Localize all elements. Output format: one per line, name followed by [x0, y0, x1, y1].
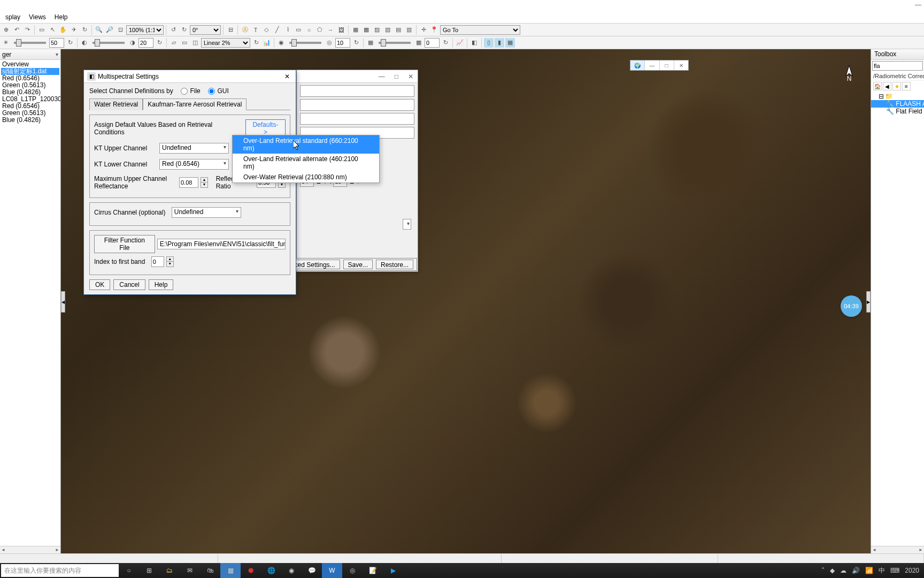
rotate-cw-icon[interactable]: ↻: [179, 25, 189, 35]
layer-tree[interactable]: Overview sj辐射定标1.dat Red (0.6546) Green …: [0, 60, 60, 546]
transp-icon[interactable]: ▦: [366, 38, 375, 48]
transp-value[interactable]: [425, 38, 440, 48]
tray-net-icon[interactable]: 📶: [864, 567, 875, 574]
menu-help[interactable]: Help: [50, 13, 72, 21]
bg-max-icon[interactable]: □: [395, 73, 398, 80]
transp2-icon[interactable]: ▩: [414, 38, 424, 48]
annotation-icon[interactable]: Ⓐ: [240, 25, 250, 35]
radio-gui[interactable]: [208, 88, 215, 95]
refresh4-icon[interactable]: ↻: [351, 38, 361, 48]
pointer-icon[interactable]: ↖: [48, 25, 57, 35]
arrow-icon[interactable]: →: [326, 25, 335, 35]
radio-file[interactable]: [181, 88, 188, 95]
tray-keyboard-icon[interactable]: ⌨: [889, 567, 901, 574]
store-icon[interactable]: 🛍: [200, 563, 220, 578]
view1-icon[interactable]: ▯: [484, 38, 494, 48]
stretch-select[interactable]: Linear 2%: [201, 38, 250, 48]
line-icon[interactable]: ╱: [272, 25, 282, 35]
overview-max-icon[interactable]: □: [659, 60, 674, 70]
view3-icon[interactable]: ▦: [505, 38, 515, 48]
stretch-b-icon[interactable]: ▭: [180, 38, 189, 48]
kt-upper-select[interactable]: Undefined: [159, 143, 229, 154]
chart-icon[interactable]: 📈: [455, 38, 465, 48]
defaults-dropdown-menu[interactable]: Over-Land Retrieval standard (660:2100 n…: [232, 135, 380, 183]
dd-item-overland-alt[interactable]: Over-Land Retrieval alternate (460:2100 …: [233, 154, 379, 172]
bg-field-2[interactable]: [300, 99, 414, 111]
panel-menu-icon[interactable]: ▾: [56, 51, 58, 57]
vector-f-icon[interactable]: ▥: [404, 25, 414, 35]
index-spin[interactable]: ▲▼: [166, 256, 174, 267]
target-icon[interactable]: ⊕: [1, 25, 11, 35]
ok-button[interactable]: OK: [89, 279, 110, 290]
refresh1-icon[interactable]: ↻: [65, 38, 75, 48]
histogram-icon[interactable]: 📊: [262, 38, 272, 48]
zoom-in-icon[interactable]: 🔎: [105, 25, 114, 35]
view2-icon[interactable]: ▮: [495, 38, 504, 48]
save-button[interactable]: Save...: [343, 260, 373, 269]
goto-icon[interactable]: 📍: [429, 25, 439, 35]
wechat-icon[interactable]: 💬: [302, 563, 322, 578]
toolbox-item[interactable]: 🔧 Flat Field Ca: [871, 108, 924, 115]
crosshair-icon[interactable]: ✛: [419, 25, 428, 35]
polygon-icon[interactable]: ⬠: [315, 25, 325, 35]
undo-icon[interactable]: ↶: [12, 25, 21, 35]
zoom-level-select[interactable]: 100% (1:1): [126, 25, 164, 35]
rotate-icon[interactable]: ↻: [80, 25, 89, 35]
hand-icon[interactable]: ✋: [58, 25, 68, 35]
tray-ime[interactable]: 中: [877, 566, 887, 575]
home-icon[interactable]: 🏠: [873, 82, 882, 90]
app1-icon[interactable]: ▦: [220, 563, 241, 578]
cirrus-select[interactable]: Undefined: [172, 207, 241, 218]
sharpen-slider[interactable]: [289, 42, 321, 44]
tool-a-icon[interactable]: ⊟: [226, 25, 235, 35]
bg-field-3[interactable]: [300, 113, 414, 125]
zoom-fit-icon[interactable]: ⊡: [116, 25, 125, 35]
mail-icon[interactable]: ✉: [180, 563, 200, 578]
overview-min-icon[interactable]: —: [644, 60, 659, 70]
overview-icon[interactable]: 🌍: [630, 60, 644, 70]
kt-lower-select[interactable]: Red (0.6546): [159, 159, 229, 170]
bg-dropdown[interactable]: [403, 219, 411, 230]
tab-water-retrieval[interactable]: Water Retrieval: [89, 98, 143, 110]
app3-icon[interactable]: 🌐: [261, 563, 281, 578]
filter-file-path[interactable]: E:\Program Files\envi\ENVI51\classic\fil…: [157, 239, 286, 249]
vector-a-icon[interactable]: ▦: [351, 25, 360, 35]
tray-app-icon[interactable]: ◆: [828, 567, 836, 574]
zoom-out-icon[interactable]: 🔍: [94, 25, 104, 35]
toolbox-breadcrumb[interactable]: /Radiometric Correct: [871, 72, 924, 81]
brightness-slider[interactable]: [14, 42, 46, 44]
contrast2-icon[interactable]: ◑: [128, 38, 137, 48]
toolbox-search-input[interactable]: [872, 61, 923, 71]
taskbar-search[interactable]: 在这里输入你要搜索的内容: [1, 564, 119, 577]
toolbox-tree[interactable]: ⊟📁 🔧 FLAASH Atmosp 🔧 Flat Field Ca: [871, 92, 924, 116]
refresh3-icon[interactable]: ↻: [251, 38, 261, 48]
bg-min-icon[interactable]: —: [379, 73, 385, 80]
max-upper-input[interactable]: [179, 177, 198, 188]
radio-gui-label[interactable]: GUI: [217, 87, 228, 95]
filter-icon[interactable]: ≡: [902, 82, 911, 90]
system-tray[interactable]: ˄ ◆ ☁ 🔊 📶 中 ⌨ 2020: [820, 566, 924, 575]
stretch-c-icon[interactable]: ◫: [190, 38, 200, 48]
vector-b-icon[interactable]: ▩: [361, 25, 371, 35]
tree-item[interactable]: Blue (0.4826): [1, 117, 59, 124]
filter-file-button[interactable]: Filter Function File: [94, 235, 155, 253]
browser-icon[interactable]: ◎: [342, 563, 363, 578]
tray-up-icon[interactable]: ˄: [820, 567, 826, 574]
brightness-icon[interactable]: ☀: [1, 38, 11, 48]
transp-slider[interactable]: [379, 42, 411, 44]
cancel-button-ms[interactable]: Cancel: [113, 279, 145, 290]
app4-icon[interactable]: ◉: [281, 563, 302, 578]
bg-field-1[interactable]: [300, 85, 414, 97]
tray-cloud-icon[interactable]: ☁: [838, 567, 848, 574]
fav-icon[interactable]: ★: [892, 82, 901, 90]
collapse-right-handle[interactable]: ▶: [866, 291, 871, 313]
cortana-icon[interactable]: ○: [119, 563, 139, 578]
collapse-left-handle[interactable]: ◀: [61, 291, 65, 313]
radio-file-label[interactable]: File: [190, 87, 200, 95]
help-button-ms[interactable]: Help: [149, 279, 174, 290]
minimize-icon[interactable]: —: [914, 1, 922, 9]
bg-close-icon[interactable]: ✕: [408, 73, 413, 80]
contrast-icon[interactable]: ◐: [80, 38, 89, 48]
dd-item-overland-std[interactable]: Over-Land Retrieval standard (660:2100 n…: [233, 135, 379, 154]
text-icon[interactable]: T: [251, 25, 260, 35]
